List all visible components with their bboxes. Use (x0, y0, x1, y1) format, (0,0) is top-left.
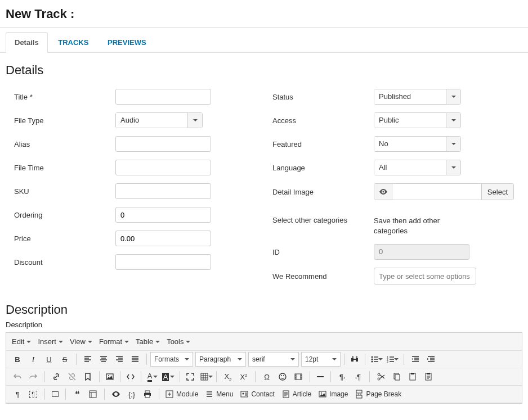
select-access[interactable]: Public (374, 112, 461, 128)
input-discount[interactable] (115, 254, 211, 270)
undo-button[interactable] (10, 369, 25, 384)
insert-menu-button[interactable]: Menu (202, 387, 236, 401)
select-image-button[interactable]: Select (481, 184, 513, 200)
align-right-button[interactable] (111, 352, 127, 367)
code-braces-icon: {;} (128, 390, 135, 399)
paste-text-button[interactable] (420, 369, 436, 384)
show-invisible-button[interactable]: ¶ (25, 387, 41, 401)
source-button[interactable] (123, 369, 138, 384)
menu-edit[interactable]: Edit (8, 334, 34, 349)
fullscreen-button[interactable] (182, 369, 198, 384)
rtl-button[interactable]: ‹¶ (350, 369, 366, 384)
preview-button[interactable] (108, 387, 124, 401)
paragraph-select-label: Paragraph (199, 355, 231, 363)
font-size-select[interactable]: 12pt (301, 352, 341, 367)
editor-toolbar-2: A A X2 X2 Ω ¶› ‹¶ (6, 368, 522, 386)
input-ordering[interactable] (115, 207, 211, 223)
select-featured[interactable]: No (374, 136, 461, 152)
align-left-button[interactable] (80, 352, 96, 367)
svg-point-9 (279, 373, 286, 380)
tab-details[interactable]: Details (6, 32, 48, 53)
print-button[interactable] (140, 387, 155, 401)
smiley-icon (278, 372, 287, 381)
insert-module-button[interactable]: Module (162, 387, 202, 401)
nbsp-button[interactable] (47, 387, 63, 401)
strikethrough-button[interactable]: S (57, 352, 73, 367)
svg-point-14 (378, 373, 380, 376)
chevron-down-icon (88, 341, 92, 343)
template-button[interactable] (85, 387, 101, 401)
menu-insert[interactable]: Insert (34, 334, 66, 349)
numbered-list-button[interactable]: 123 (384, 352, 400, 367)
input-file-time[interactable] (115, 160, 211, 175)
align-center-button[interactable] (96, 352, 111, 367)
select-file-type[interactable]: Audio (115, 112, 203, 128)
insert-article-button[interactable]: Article (278, 387, 315, 401)
paste-button[interactable] (405, 369, 420, 384)
link-button[interactable] (48, 369, 64, 384)
align-justify-icon (131, 355, 140, 364)
bold-button[interactable]: B (10, 352, 25, 367)
rich-text-editor: Edit Insert View Format Table Tools B I … (6, 332, 522, 404)
chevron-down-icon (208, 376, 213, 378)
indent-button[interactable] (423, 352, 439, 367)
svg-point-7 (108, 375, 109, 376)
cut-button[interactable] (373, 369, 389, 384)
underline-button[interactable]: U (41, 352, 57, 367)
input-title[interactable] (115, 89, 211, 105)
outdent-button[interactable] (408, 352, 423, 367)
select-status[interactable]: Published (374, 89, 461, 105)
code-sample-button[interactable]: {;} (124, 387, 140, 401)
table-button[interactable] (198, 369, 214, 384)
insert-pagebreak-button[interactable]: Page Break (351, 387, 405, 401)
unlink-button[interactable] (64, 369, 80, 384)
svg-rect-32 (356, 395, 362, 398)
find-replace-button[interactable] (347, 352, 363, 367)
media-button[interactable] (290, 369, 306, 384)
ltr-button[interactable]: ¶› (334, 369, 350, 384)
text-color-button[interactable]: A (145, 369, 160, 384)
input-alias[interactable] (115, 136, 211, 152)
menu-tools[interactable]: Tools (163, 334, 194, 349)
superscript-icon: X2 (240, 373, 247, 381)
svg-text:3: 3 (387, 360, 388, 363)
menu-table[interactable]: Table (132, 334, 163, 349)
emoticon-button[interactable] (275, 369, 290, 384)
align-justify-button[interactable] (127, 352, 143, 367)
tab-tracks[interactable]: TRACKS (50, 33, 97, 52)
input-price[interactable] (115, 231, 211, 246)
chevron-down-icon (446, 160, 460, 175)
tab-previews[interactable]: PREVIEWS (99, 33, 155, 52)
paragraph-select[interactable]: Paragraph (195, 352, 246, 367)
select-language[interactable]: All (374, 160, 461, 175)
input-sku[interactable] (115, 183, 211, 199)
font-family-select[interactable]: serif (248, 352, 299, 367)
special-char-button[interactable]: Ω (259, 369, 275, 384)
insert-contact-button[interactable]: Contact (236, 387, 278, 401)
preview-button[interactable] (374, 184, 392, 200)
blockquote-button[interactable]: ❝ (69, 387, 85, 401)
anchor-button[interactable] (80, 369, 96, 384)
show-blocks-button[interactable]: ¶ (10, 387, 25, 401)
input-we-recommend[interactable] (374, 268, 476, 284)
hr-button[interactable] (312, 369, 328, 384)
pilcrow-dashed-icon: ¶ (29, 391, 37, 398)
hr-icon (316, 372, 325, 381)
image-button[interactable] (102, 369, 118, 384)
italic-button[interactable]: I (25, 352, 41, 367)
label-sku: SKU (14, 187, 115, 196)
section-details-title: Details (0, 53, 528, 81)
formats-select[interactable]: Formats (150, 352, 193, 367)
bullet-list-button[interactable] (369, 352, 384, 367)
template-icon (88, 390, 97, 399)
menu-view[interactable]: View (66, 334, 96, 349)
insert-menu-label: Menu (216, 390, 233, 398)
menu-format[interactable]: Format (96, 334, 132, 349)
redo-button[interactable] (25, 369, 41, 384)
bg-color-button[interactable]: A (160, 369, 176, 384)
subscript-button[interactable]: X2 (220, 369, 236, 384)
link-icon (52, 372, 61, 381)
insert-image-button[interactable]: Image (315, 387, 351, 401)
copy-button[interactable] (389, 369, 405, 384)
superscript-button[interactable]: X2 (236, 369, 252, 384)
